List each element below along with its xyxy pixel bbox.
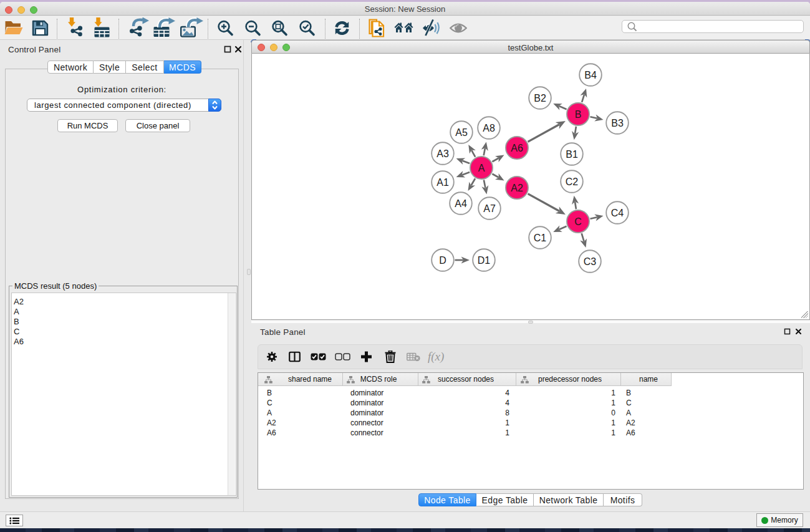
- svg-text:A: A: [478, 163, 485, 173]
- svg-text:A6: A6: [511, 143, 523, 153]
- svg-text:B: B: [575, 109, 582, 120]
- svg-text:A8: A8: [483, 123, 495, 133]
- svg-text:C: C: [574, 216, 582, 227]
- svg-text:C3: C3: [584, 256, 597, 267]
- svg-text:A5: A5: [455, 127, 468, 138]
- svg-text:B2: B2: [534, 93, 546, 104]
- svg-text:C1: C1: [534, 233, 547, 243]
- svg-text:B3: B3: [611, 118, 624, 128]
- svg-text:A3: A3: [436, 148, 449, 159]
- svg-text:B1: B1: [566, 149, 578, 160]
- svg-text:f(x): f(x): [428, 350, 444, 364]
- svg-text:C4: C4: [611, 208, 624, 218]
- svg-text:A7: A7: [483, 203, 496, 214]
- svg-text:A1: A1: [436, 177, 449, 188]
- svg-text:B4: B4: [584, 70, 597, 80]
- svg-text:A2: A2: [511, 183, 523, 193]
- svg-text:D1: D1: [478, 255, 491, 266]
- svg-text:C2: C2: [566, 177, 579, 187]
- svg-text:D: D: [439, 255, 446, 266]
- svg-text:A4: A4: [455, 198, 467, 209]
